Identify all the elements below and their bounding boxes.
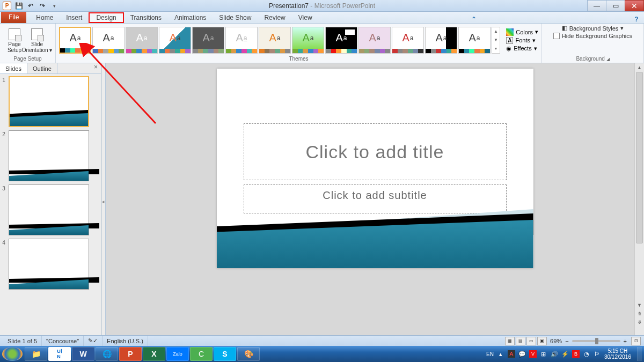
tab-design[interactable]: Design xyxy=(89,12,123,23)
taskbar-explorer-icon[interactable]: 📁 xyxy=(25,347,47,361)
zoom-in-button[interactable]: + xyxy=(624,338,627,344)
system-tray: EN ▴ A 💬 V ⊞ 🔊 ⚡ B ◔ 🏳 5:15 CH 30/12/201… xyxy=(486,347,642,361)
theme-colors-button[interactable]: Colors ▾ xyxy=(506,28,538,36)
tray-lang[interactable]: EN xyxy=(486,351,494,357)
theme-item[interactable]: Aa xyxy=(392,27,424,54)
tray-icon[interactable]: ⊞ xyxy=(540,350,547,358)
doc-name: Presentation7 xyxy=(269,2,309,10)
tab-view[interactable]: View xyxy=(292,12,319,23)
title-placeholder[interactable]: Click to add title xyxy=(244,123,507,180)
taskbar-powerpoint-icon[interactable]: P xyxy=(119,347,142,361)
taskbar-chrome-icon[interactable]: 🌐 xyxy=(96,347,118,361)
theme-item[interactable]: Aa xyxy=(358,27,391,54)
theme-item[interactable]: Aa xyxy=(325,27,357,54)
theme-item[interactable]: Aa xyxy=(425,27,457,54)
background-styles-button[interactable]: ◧Background Styles ▾ xyxy=(562,25,624,32)
ribbon-minimize-icon[interactable]: ⌃ xyxy=(471,16,481,23)
tab-review[interactable]: Review xyxy=(258,12,291,23)
tray-volume-icon[interactable]: 🔊 xyxy=(551,350,558,358)
slide-orientation-button[interactable]: Slide Orientation ▾ xyxy=(26,27,48,53)
tray-network-icon[interactable]: ⚡ xyxy=(561,350,569,358)
taskbar-word-icon[interactable]: W xyxy=(72,347,94,361)
pane-splitter[interactable] xyxy=(101,63,106,335)
zoom-level[interactable]: 69% xyxy=(548,338,564,344)
tab-file[interactable]: File xyxy=(1,11,26,23)
tray-icon[interactable]: ◔ xyxy=(583,350,590,358)
theme-item[interactable]: Aa xyxy=(192,27,224,54)
tab-animations[interactable]: Animations xyxy=(168,12,213,23)
theme-item[interactable]: Aa xyxy=(225,27,258,54)
pane-tab-slides[interactable]: Slides xyxy=(0,63,27,73)
next-slide-icon[interactable]: ⤋ xyxy=(635,318,644,327)
theme-effects-button[interactable]: ◉Effects ▾ xyxy=(506,45,538,52)
qat-redo-icon[interactable]: ↷ xyxy=(38,1,47,11)
prev-slide-icon[interactable]: ⤊ xyxy=(635,309,644,318)
taskbar-coccoc-icon[interactable]: C xyxy=(190,347,213,361)
tray-flag-icon[interactable]: 🏳 xyxy=(594,350,601,358)
taskbar-excel-icon[interactable]: X xyxy=(143,347,165,361)
close-button[interactable]: ✕ xyxy=(625,0,644,11)
theme-item[interactable]: Aa xyxy=(159,27,191,54)
start-button[interactable] xyxy=(2,347,23,361)
theme-item[interactable]: Aa xyxy=(458,27,491,54)
view-sorter-button[interactable]: ▤ xyxy=(516,337,525,345)
tray-clock[interactable]: 5:15 CH 30/12/2016 xyxy=(604,348,634,360)
show-desktop-button[interactable] xyxy=(638,347,642,361)
thumb-number: 4 xyxy=(1,239,6,290)
view-reading-button[interactable]: ▭ xyxy=(526,337,536,345)
tray-expand-icon[interactable]: ▴ xyxy=(497,350,504,358)
taskbar-zalo-icon[interactable]: Zalo xyxy=(166,347,189,361)
tab-slideshow[interactable]: Slide Show xyxy=(213,12,258,23)
tab-home[interactable]: Home xyxy=(30,12,60,23)
minimize-button[interactable]: — xyxy=(587,0,606,11)
slide-thumbnail[interactable] xyxy=(9,130,89,181)
pane-close-icon[interactable]: × xyxy=(91,63,101,73)
tray-unikey-icon[interactable]: V xyxy=(529,350,537,358)
slide-thumbnail[interactable] xyxy=(9,76,89,127)
status-slide-number[interactable]: Slide 1 of 5 xyxy=(3,336,42,346)
hide-bg-checkbox[interactable]: Hide Background Graphics xyxy=(553,33,632,39)
thumbnails-list[interactable]: 1 2 3 4 xyxy=(0,74,101,335)
tab-transitions[interactable]: Transitions xyxy=(124,12,168,23)
status-theme[interactable]: "Concourse" xyxy=(42,336,84,346)
maximize-button[interactable]: ▭ xyxy=(606,0,625,11)
slide-thumbnail[interactable] xyxy=(9,184,89,235)
help-icon[interactable]: ? xyxy=(633,16,644,23)
scroll-up-icon[interactable]: ▲ xyxy=(635,63,644,72)
view-normal-button[interactable]: ▦ xyxy=(505,337,515,345)
status-spellcheck-icon[interactable]: ✎✓ xyxy=(84,336,103,346)
tray-icon[interactable]: B xyxy=(572,350,580,358)
view-slideshow-button[interactable]: ▣ xyxy=(537,337,547,345)
vertical-scrollbar[interactable]: ▲ ▼ ⤊ ⤋ xyxy=(634,63,644,335)
qat-save-icon[interactable]: 💾 xyxy=(14,1,24,11)
theme-fonts-button[interactable]: AFonts ▾ xyxy=(506,37,538,44)
subtitle-placeholder[interactable]: Click to add subtitle xyxy=(244,184,507,213)
theme-item[interactable]: Aa xyxy=(92,27,125,54)
pane-tab-outline[interactable]: Outline xyxy=(27,63,57,73)
tab-insert[interactable]: Insert xyxy=(60,12,89,23)
thumb-number: 2 xyxy=(1,130,6,181)
taskbar: 📁 UⅠN W 🌐 P X Zalo C S 🎨 EN ▴ A 💬 V ⊞ 🔊 … xyxy=(0,346,644,362)
status-right: ▦ ▤ ▭ ▣ 69% − + ⊡ xyxy=(505,337,641,345)
themes-expand-button[interactable]: ▲▼▾ xyxy=(492,27,500,54)
scroll-thumb[interactable] xyxy=(636,72,643,243)
taskbar-skype-icon[interactable]: S xyxy=(214,347,236,361)
slide-canvas[interactable]: Click to add title Click to add subtitle xyxy=(217,69,533,268)
theme-item[interactable]: Aa xyxy=(259,27,291,54)
fit-to-window-button[interactable]: ⊡ xyxy=(631,337,641,345)
qat-undo-icon[interactable]: ↶ xyxy=(26,1,35,11)
tray-chat-icon[interactable]: 💬 xyxy=(518,350,526,358)
slide-thumbnail[interactable] xyxy=(9,239,89,290)
taskbar-unikey-icon[interactable]: UⅠN xyxy=(48,347,71,361)
app-icon[interactable]: P xyxy=(2,1,12,11)
zoom-slider[interactable] xyxy=(572,340,620,342)
qat-customize-icon[interactable]: ▾ xyxy=(49,1,59,11)
status-language[interactable]: English (U.S.) xyxy=(103,336,148,346)
theme-item[interactable]: Aa xyxy=(292,27,324,54)
theme-item[interactable]: Aa xyxy=(126,27,158,54)
tray-adobe-icon[interactable]: A xyxy=(508,350,515,358)
scroll-down-icon[interactable]: ▼ xyxy=(635,301,644,309)
theme-item[interactable]: Aa xyxy=(59,27,91,54)
zoom-out-button[interactable]: − xyxy=(565,338,568,344)
taskbar-paint-icon[interactable]: 🎨 xyxy=(237,347,260,361)
